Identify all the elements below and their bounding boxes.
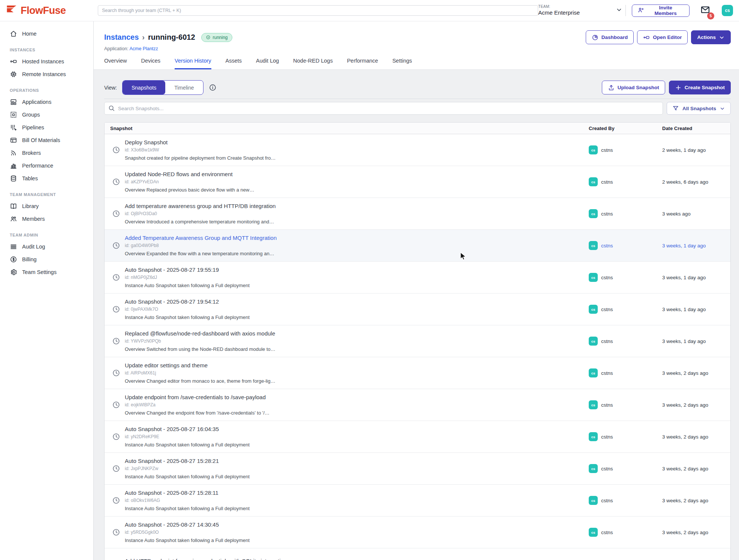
- version-history-content: View: SnapshotsTimeline Upload Snapshot: [94, 70, 739, 560]
- tab-node-red-logs[interactable]: Node-RED Logs: [293, 58, 333, 69]
- snapshot-id: id: YWVPzN0PQb: [125, 338, 275, 344]
- snapshot-title[interactable]: Add HTTP endpoint for saving credentials…: [125, 558, 287, 560]
- sidebar-item-applications[interactable]: Applications: [0, 96, 93, 108]
- tab-settings[interactable]: Settings: [392, 58, 412, 69]
- groups-icon: [10, 111, 17, 118]
- snapshot-row[interactable]: Updated Node-RED flows and environmentid…: [105, 166, 730, 198]
- snapshot-table: Snapshot Created By Date Created Deploy …: [104, 122, 731, 560]
- sidebar-item-groups[interactable]: Groups: [0, 108, 93, 121]
- date-created: 2 weeks, 1 day ago: [661, 147, 730, 153]
- snapshot-title[interactable]: Update editor settings and theme: [125, 362, 275, 369]
- sidebar-item-label: Performance: [22, 163, 53, 169]
- view-toggle-timeline[interactable]: Timeline: [165, 81, 203, 94]
- remote-icon: [10, 70, 17, 78]
- snapshot-row[interactable]: Add temperature awareness group and HTTP…: [105, 198, 730, 230]
- sidebar-item-team-settings[interactable]: Team Settings: [0, 266, 93, 279]
- sidebar-section-team-management: TEAM MANAGEMENT: [0, 192, 93, 197]
- sidebar-item-bill-of-materials[interactable]: Bill Of Materials: [0, 134, 93, 147]
- breadcrumb-instances-link[interactable]: Instances: [104, 33, 139, 42]
- clock-icon: [112, 305, 120, 313]
- snapshot-title[interactable]: Auto Snapshot - 2025-08-27 19:54:12: [125, 298, 250, 305]
- snapshot-row[interactable]: Update editor settings and themeid: AlRP…: [105, 357, 730, 389]
- sidebar-item-pipelines[interactable]: Pipelines: [0, 121, 93, 134]
- application-link[interactable]: Acme Plantzz: [129, 46, 158, 51]
- open-editor-button[interactable]: Open Editor: [637, 30, 688, 44]
- team-search-input[interactable]: [98, 5, 538, 16]
- tab-devices[interactable]: Devices: [141, 58, 160, 69]
- user-avatar[interactable]: cs: [722, 5, 733, 16]
- team-switcher[interactable]: TEAM: Acme Enterprise: [538, 4, 622, 16]
- funnel-icon: [672, 105, 679, 112]
- invite-members-button[interactable]: Invite Members: [632, 4, 690, 17]
- sidebar-item-home[interactable]: Home: [0, 27, 93, 40]
- snapshot-title[interactable]: Auto Snapshot - 2025-08-27 19:55:19: [125, 267, 250, 273]
- sidebar-item-label: Bill Of Materials: [22, 137, 60, 143]
- date-created: 3 weeks, 1 day ago: [661, 243, 730, 249]
- tab-version-history[interactable]: Version History: [175, 58, 211, 69]
- snapshot-filter-dropdown[interactable]: All Snapshots: [667, 102, 731, 115]
- date-created: 3 weeks, 2 days ago: [661, 466, 730, 472]
- upload-snapshot-button[interactable]: Upload Snapshot: [602, 81, 665, 94]
- notifications-button[interactable]: 5: [700, 4, 711, 16]
- snapshot-row[interactable]: Auto Snapshot - 2025-08-27 19:55:19id: n…: [105, 262, 730, 293]
- brokers-icon: [10, 149, 17, 157]
- snapshot-row[interactable]: Replaced @flowfuse/node-red-dashboard wi…: [105, 325, 730, 357]
- creator-avatar: cs: [589, 368, 598, 377]
- snapshot-title[interactable]: Updated Node-RED flows and environment: [125, 171, 254, 178]
- clock-icon: [112, 146, 120, 154]
- sidebar-item-library[interactable]: Library: [0, 200, 93, 213]
- instance-tabs: OverviewDevicesVersion HistoryAssetsAudi…: [104, 58, 731, 69]
- actions-button[interactable]: Actions: [691, 30, 731, 44]
- creator-name: cstns: [601, 211, 613, 217]
- sidebar-item-audit-log[interactable]: Audit Log: [0, 240, 93, 253]
- creator-avatar: cs: [589, 400, 598, 409]
- view-toggle-snapshots[interactable]: Snapshots: [123, 81, 165, 94]
- info-icon[interactable]: [209, 84, 217, 91]
- date-created: 2 weeks, 6 days ago: [661, 179, 730, 185]
- chevron-down-icon: [616, 6, 622, 15]
- pipelines-icon: [10, 124, 17, 131]
- snapshot-id: id: aKZPYvEDAn: [125, 179, 254, 184]
- snapshot-title[interactable]: Add temperature awareness group and HTTP…: [125, 203, 276, 210]
- snapshot-row[interactable]: Added Temperature Awareness Group and MQ…: [105, 230, 730, 262]
- snapshot-title[interactable]: Auto Snapshot - 2025-08-27 16:04:35: [125, 426, 250, 433]
- snapshot-title[interactable]: Update endpoint from /save-credentials t…: [125, 394, 269, 401]
- tab-audit-log[interactable]: Audit Log: [256, 58, 279, 69]
- tab-overview[interactable]: Overview: [104, 58, 127, 69]
- snapshot-row[interactable]: Auto Snapshot - 2025-08-27 14:30:45id: y…: [105, 517, 730, 548]
- sidebar-item-performance[interactable]: Performance: [0, 159, 93, 172]
- snapshot-row[interactable]: Auto Snapshot - 2025-08-27 16:04:35id: y…: [105, 421, 730, 453]
- create-snapshot-button[interactable]: Create Snapshot: [669, 81, 731, 94]
- snapshot-row[interactable]: Auto Snapshot - 2025-08-27 15:28:11id: o…: [105, 485, 730, 517]
- sidebar-item-members[interactable]: Members: [0, 213, 93, 225]
- sidebar-item-hosted-instances[interactable]: Hosted Instances: [0, 55, 93, 68]
- snapshot-title[interactable]: Deploy Snapshot: [125, 139, 276, 146]
- sidebar-item-remote-instances[interactable]: Remote Instances: [0, 68, 93, 81]
- team-name: Acme Enterprise: [538, 9, 580, 16]
- snapshot-title[interactable]: Auto Snapshot - 2025-08-27 15:28:21: [125, 458, 250, 464]
- dashboard-button[interactable]: Dashboard: [586, 30, 634, 44]
- chevron-down-icon: [720, 106, 725, 111]
- tab-performance[interactable]: Performance: [347, 58, 378, 69]
- members-icon: [10, 215, 17, 223]
- snapshot-title[interactable]: Auto Snapshot - 2025-08-27 14:30:45: [125, 521, 250, 528]
- snapshot-title[interactable]: Replaced @flowfuse/node-red-dashboard wi…: [125, 330, 275, 337]
- snapshot-row[interactable]: Deploy Snapshotid: X3o6Bw1k9WSnapshot cr…: [105, 134, 730, 166]
- snapshot-title[interactable]: Added Temperature Awareness Group and MQ…: [125, 235, 277, 241]
- sidebar-item-brokers[interactable]: Brokers: [0, 147, 93, 159]
- sidebar-item-label: Team Settings: [22, 269, 57, 275]
- snapshot-row[interactable]: Add HTTP endpoint for saving credentials…: [105, 548, 730, 560]
- sidebar-item-tables[interactable]: Tables: [0, 172, 93, 185]
- flowfuse-logo[interactable]: FlowFuse: [6, 4, 86, 17]
- sidebar-item-label: Brokers: [22, 150, 41, 156]
- snapshot-table-body: Deploy Snapshotid: X3o6Bw1k9WSnapshot cr…: [105, 134, 730, 560]
- creator-avatar: cs: [589, 528, 598, 537]
- snapshot-search-input[interactable]: [104, 102, 663, 115]
- snapshot-row[interactable]: Auto Snapshot - 2025-08-27 19:54:12id: 0…: [105, 293, 730, 325]
- snapshot-row[interactable]: Update endpoint from /save-credentials t…: [105, 389, 730, 421]
- tab-assets[interactable]: Assets: [226, 58, 242, 69]
- snapshot-title[interactable]: Auto Snapshot - 2025-08-27 15:28:11: [125, 490, 250, 496]
- creator-name: cstns: [601, 498, 613, 503]
- snapshot-row[interactable]: Auto Snapshot - 2025-08-27 15:28:21id: J…: [105, 453, 730, 485]
- sidebar-item-billing[interactable]: Billing: [0, 253, 93, 266]
